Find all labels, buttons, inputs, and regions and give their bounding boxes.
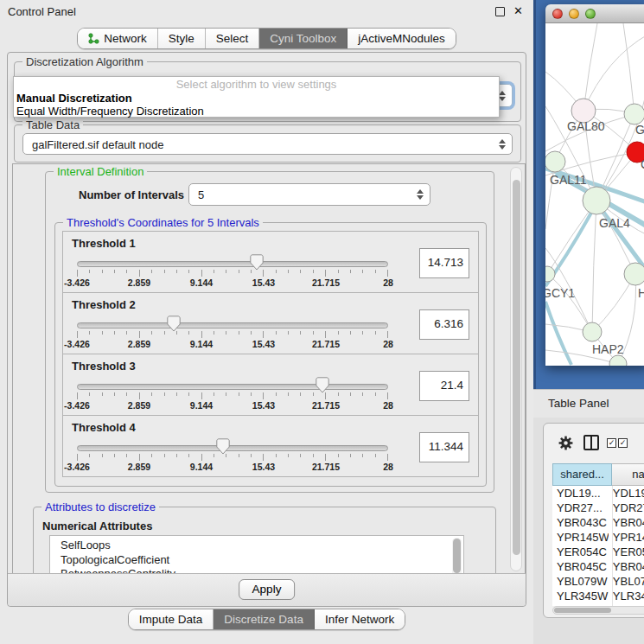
tab-cyni-toolbox[interactable]: Cyni Toolbox xyxy=(259,29,348,48)
table-row[interactable]: YBR043CYBR04 xyxy=(552,515,644,530)
threshold-value-field[interactable]: 14.713 xyxy=(419,248,469,278)
attributes-list[interactable]: SelfLoopsTopologicalCoefficientBetweenne… xyxy=(49,535,464,575)
threshold-slider[interactable]: -3.4262.8599.14415.4321.71528 xyxy=(77,316,388,350)
network-edge[interactable] xyxy=(583,23,597,111)
dropdown-option-equal-width-frequency-discretization[interactable]: Equal Width/Frequency Discretization xyxy=(14,105,499,118)
table-row[interactable]: YBL079WYBL07 xyxy=(552,574,644,589)
network-node-gal[interactable] xyxy=(624,104,644,124)
slider-thumb-icon[interactable] xyxy=(316,377,329,393)
network-edge[interactable] xyxy=(623,23,634,114)
network-window[interactable]: GAL80GALCGAL11GAL4GCY1HHAP2 xyxy=(545,4,644,366)
slider-thumb-icon[interactable] xyxy=(167,316,181,332)
tick-label: -3.426 xyxy=(64,277,90,288)
dropdown-option-manual-discretization[interactable]: Manual Discretization xyxy=(14,92,499,105)
cell-shared-name: YLR345W xyxy=(552,589,609,603)
float-window-icon[interactable] xyxy=(495,7,505,16)
slider-track[interactable] xyxy=(77,322,388,328)
cell-name: YLR34 xyxy=(609,589,644,603)
cell-shared-name: YER054C xyxy=(552,545,609,559)
right-panel: GAL80GALCGAL11GAL4GCY1HHAP2 Table Panel xyxy=(533,0,644,644)
table-horizontal-scrollbar[interactable] xyxy=(552,606,644,615)
close-icon[interactable]: ✕ xyxy=(513,4,523,17)
checkbox-icon[interactable]: ✓ xyxy=(618,438,628,448)
tab-jactivemnodules[interactable]: jActiveMNodules xyxy=(348,29,456,48)
scrollbar-thumb[interactable] xyxy=(554,608,611,613)
tab-select[interactable]: Select xyxy=(206,29,260,48)
cell-shared-name: YPR145W xyxy=(552,530,609,545)
network-view[interactable]: GAL80GALCGAL11GAL4GCY1HHAP2 xyxy=(545,23,644,366)
network-window-titlebar[interactable] xyxy=(545,4,644,23)
interval-definition-groupbox: Interval Definition Number of Intervals … xyxy=(45,171,494,493)
threshold-slider[interactable]: -3.4262.8599.14415.4321.71528 xyxy=(77,438,388,473)
minimize-traffic-light-icon[interactable] xyxy=(569,9,579,19)
threshold-value-field[interactable]: 21.4 xyxy=(419,371,469,401)
slider-thumb-icon[interactable] xyxy=(216,438,230,455)
tab-style[interactable]: Style xyxy=(158,29,206,48)
table-row[interactable]: YLR345WYLR34 xyxy=(552,589,644,603)
scrollbar-thumb[interactable] xyxy=(453,539,461,573)
tick-label: 28 xyxy=(383,339,393,349)
list-item[interactable]: SelfLoops xyxy=(50,536,463,553)
network-node-gal4[interactable] xyxy=(583,187,610,214)
network-node-gal11[interactable] xyxy=(545,151,565,172)
tick-label: -3.426 xyxy=(64,462,90,472)
table-row[interactable]: YDR27...YDR27 xyxy=(552,501,644,515)
tab-label: Infer Network xyxy=(325,613,394,626)
dropdown-option-list: Manual DiscretizationEqual Width/Frequen… xyxy=(14,92,499,118)
network-node-h[interactable] xyxy=(624,263,644,285)
threshold-value-field[interactable]: 11.344 xyxy=(419,432,469,462)
table-row[interactable]: YBR045CYBR04 xyxy=(552,559,644,574)
network-edge[interactable] xyxy=(592,201,596,332)
network-edge[interactable] xyxy=(583,34,644,111)
attributes-list-scrollbar[interactable] xyxy=(452,538,462,575)
tab-network[interactable]: Network xyxy=(78,29,158,48)
attributes-groupbox: Attributes to discretize Numerical Attri… xyxy=(33,507,496,575)
tick-label: 21.715 xyxy=(312,277,340,288)
list-item[interactable]: TopologicalCoefficient xyxy=(50,553,463,568)
slider-thumb-icon[interactable] xyxy=(250,254,264,271)
tick-label: 21.715 xyxy=(312,339,340,349)
apply-strip: Apply xyxy=(8,573,526,606)
tick-label: 28 xyxy=(383,277,393,288)
tick-label: 9.144 xyxy=(190,400,213,411)
column-header-name[interactable]: name xyxy=(612,463,644,486)
apply-button[interactable]: Apply xyxy=(239,579,296,600)
dropdown-placeholder: Select algorithm to view settings xyxy=(14,78,499,92)
scrollbar-thumb[interactable] xyxy=(513,180,520,555)
tick-label: 15.43 xyxy=(252,462,275,472)
threshold-value-field[interactable]: 6.316 xyxy=(419,309,469,340)
checkbox-icon[interactable]: ✓ xyxy=(607,438,616,448)
network-node-hap2[interactable] xyxy=(583,322,602,341)
close-traffic-light-icon[interactable] xyxy=(552,9,563,19)
settings-vertical-scrollbar[interactable] xyxy=(510,167,522,571)
columns-icon[interactable] xyxy=(583,435,599,450)
cell-shared-name: YDR27... xyxy=(552,501,609,515)
slider-track[interactable] xyxy=(77,384,388,390)
network-edge[interactable] xyxy=(545,302,571,365)
table-row[interactable]: YER054CYER05 xyxy=(552,545,644,559)
tab-impute-data[interactable]: Impute Data xyxy=(129,609,214,629)
table-header-row: shared...name xyxy=(552,463,644,486)
tab-discretize-data[interactable]: Discretize Data xyxy=(214,609,315,629)
tick-label: 15.43 xyxy=(252,400,275,411)
table-row[interactable]: YPR145WYPR14 xyxy=(552,530,644,545)
tab-label: Style xyxy=(169,32,194,45)
gear-icon[interactable] xyxy=(558,435,574,451)
node-label: C xyxy=(641,157,644,171)
tick-label: 2.859 xyxy=(128,277,150,288)
cell-name: YBR04 xyxy=(609,559,644,574)
table-data-combobox[interactable]: galFiltered.sif default node xyxy=(22,133,513,155)
num-intervals-combobox[interactable]: 5 xyxy=(188,183,430,206)
threshold-slider[interactable]: -3.4262.8599.14415.4321.71528 xyxy=(77,254,388,289)
table-row[interactable]: YDL19...YDL19 xyxy=(552,486,644,501)
tab-infer-network[interactable]: Infer Network xyxy=(315,609,405,629)
cell-name: YBR04 xyxy=(609,515,644,530)
slider-track[interactable] xyxy=(77,445,388,451)
algorithm-dropdown-popup: Select algorithm to view settings Manual… xyxy=(13,76,500,118)
column-header-shared-[interactable]: shared... xyxy=(552,463,612,486)
threshold-slider[interactable]: -3.4262.8599.14415.4321.71528 xyxy=(77,377,388,411)
slider-track[interactable] xyxy=(77,261,388,267)
thresholds-groupbox: Threshold's Coordinates for 5 Intervals … xyxy=(54,222,487,487)
table-panel-body: ✓ ✓ shared...name YDL19...YDL19YDR27...Y… xyxy=(533,418,644,644)
zoom-traffic-light-icon[interactable] xyxy=(585,9,596,19)
